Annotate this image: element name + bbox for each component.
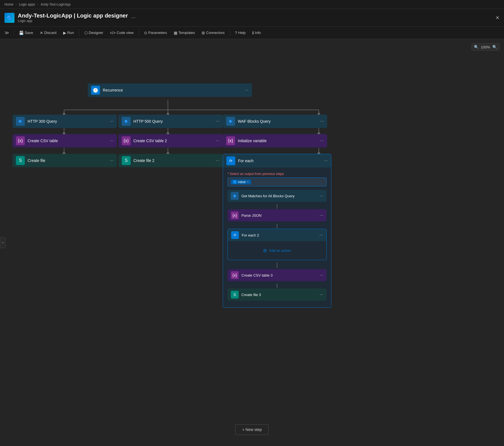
close-button[interactable]: ✕ — [495, 15, 500, 21]
title-dots[interactable]: ··· — [131, 15, 135, 21]
parse-json-title: Parse JSON — [241, 213, 317, 218]
svg-marker-19 — [317, 151, 320, 154]
zoom-out-icon[interactable]: 🔍 — [474, 45, 479, 49]
page-title: Andy-Test-LogicApp | Logic app designer — [18, 13, 128, 19]
create-file2-step[interactable]: S Create file 2 ··· — [118, 154, 223, 167]
http-500-icon: 🔷 — [122, 117, 131, 126]
breadcrumb-home[interactable]: Home — [4, 3, 13, 6]
create-csv2-dots[interactable]: ··· — [216, 138, 219, 143]
create-file2-icon: S — [122, 156, 131, 165]
http-300-step[interactable]: 🔷 HTTP 300 Query ··· — [13, 115, 117, 128]
waf-blocks-title: WAF Blocks Query — [238, 119, 318, 124]
help-button[interactable]: ? Help — [232, 29, 249, 37]
run-button[interactable]: ▶ Run — [60, 29, 77, 37]
create-file-step[interactable]: S Create file ··· — [13, 154, 117, 167]
recurrence-title: Recurrence — [103, 88, 243, 92]
create-csv2-icon: {x} — [122, 136, 131, 145]
breadcrumb-logic-apps[interactable]: Logic apps — [19, 3, 35, 6]
subtitle: Logic app — [18, 19, 128, 23]
create-csv2-step[interactable]: {x} Create CSV table 2 ··· — [118, 134, 223, 147]
svg-marker-17 — [62, 151, 66, 154]
value-chip-container[interactable]: 🔷 value × — [227, 178, 327, 186]
app-logo: 🔷 — [4, 13, 14, 23]
create-file-dots[interactable]: ··· — [110, 158, 114, 163]
parameters-button[interactable]: ⊙ Parameters — [141, 29, 170, 37]
breadcrumb: Home › Logic apps › Andy-Test-LogicApp — [0, 0, 504, 9]
for-each2-dots[interactable]: ··· — [319, 233, 323, 238]
create-csv2-title: Create CSV table 2 — [133, 139, 214, 143]
create-csv3-dots[interactable]: ··· — [320, 273, 323, 278]
for-each2-title: For each 2 — [242, 233, 317, 237]
get-matches-title: Get Matches for All Blocks Query — [241, 194, 317, 198]
toolbar-sep-3 — [230, 29, 230, 36]
parse-json-dots[interactable]: ··· — [320, 213, 323, 218]
zoom-in-icon[interactable]: 🔍 — [492, 45, 497, 49]
parse-json-icon: {x} — [231, 211, 239, 219]
new-step-button[interactable]: + New step — [235, 424, 269, 435]
value-chip[interactable]: 🔷 value × — [231, 179, 251, 184]
info-icon: ℹ — [252, 31, 254, 35]
parameters-icon: ⊙ — [144, 31, 147, 35]
create-file-title: Create file — [28, 158, 108, 163]
title-bar: 🔷 Andy-Test-LogicApp | Logic app designe… — [0, 9, 504, 27]
for-each-container: ⟳ For each ··· Select an output from pre… — [223, 154, 331, 308]
add-action-icon: ⊞ — [263, 248, 267, 253]
for-each2-body: ⊞ Add an action — [228, 241, 326, 260]
http-300-title: HTTP 300 Query — [28, 119, 108, 124]
for-each2-icon: ⟳ — [231, 231, 239, 239]
get-matches-icon: 🔷 — [231, 192, 239, 200]
svg-marker-11 — [62, 112, 66, 115]
create-file2-title: Create file 2 — [133, 158, 214, 163]
title-text: Andy-Test-LogicApp | Logic app designer … — [18, 13, 128, 23]
create-csv-title: Create CSV table — [28, 139, 108, 143]
for-each-header[interactable]: ⟳ For each ··· — [223, 154, 331, 167]
svg-marker-15 — [166, 131, 170, 134]
add-action-button[interactable]: ⊞ Add an action — [232, 246, 322, 255]
templates-button[interactable]: ▦ Templates — [171, 29, 198, 37]
init-var-dots[interactable]: ··· — [320, 138, 324, 143]
http-500-step[interactable]: 🔷 HTTP 500 Query ··· — [118, 115, 223, 128]
create-file3-step[interactable]: S Create file 3 ··· — [227, 289, 327, 301]
svg-marker-18 — [166, 151, 170, 154]
recurrence-step[interactable]: 🕐 Recurrence ··· — [88, 83, 252, 97]
create-file3-dots[interactable]: ··· — [320, 292, 323, 297]
get-matches-step[interactable]: 🔷 Get Matches for All Blocks Query ··· — [227, 190, 327, 202]
designer-button[interactable]: ⬡ Designer — [82, 29, 106, 37]
waf-blocks-step[interactable]: 🔷 WAF Blocks Query ··· — [223, 115, 327, 128]
for-each-dots[interactable]: ··· — [324, 158, 328, 163]
for-each2-header[interactable]: ⟳ For each 2 ··· — [228, 229, 326, 241]
discard-button[interactable]: ✕ Discard — [37, 29, 59, 37]
create-csv3-step[interactable]: {x} Create CSV table 3 ··· — [227, 269, 327, 281]
http-500-dots[interactable]: ··· — [216, 119, 219, 124]
waf-blocks-dots[interactable]: ··· — [320, 119, 324, 124]
init-var-step[interactable]: {x} Initialize variable ··· — [223, 134, 327, 147]
get-matches-dots[interactable]: ··· — [320, 193, 323, 198]
info-button[interactable]: ℹ Info — [249, 29, 264, 37]
for-each-body: Select an output from previous steps 🔷 v… — [223, 167, 331, 307]
http-300-dots[interactable]: ··· — [110, 119, 114, 124]
for-each-icon: ⟳ — [226, 156, 235, 165]
save-button[interactable]: 💾 Save — [16, 29, 36, 37]
recurrence-dots[interactable]: ··· — [245, 88, 249, 93]
chip-close-button[interactable]: × — [247, 180, 249, 184]
for-each2-container: ⟳ For each 2 ··· ⊞ Add an action — [227, 229, 327, 260]
toolbar-sep-2 — [139, 29, 139, 36]
parse-json-step[interactable]: {x} Parse JSON ··· — [227, 209, 327, 221]
breadcrumb-app-name[interactable]: Andy-Test-LogicApp — [41, 3, 70, 6]
connectors-button[interactable]: ⊞ Connectors — [199, 29, 227, 37]
http-300-icon: 🔷 — [16, 117, 25, 126]
create-csv-dots[interactable]: ··· — [110, 138, 114, 143]
code-view-button[interactable]: </> Code view — [107, 29, 136, 37]
chip-icon: 🔷 — [233, 180, 237, 184]
create-csv3-icon: {x} — [231, 271, 239, 279]
designer-canvas[interactable]: » 🔍 100% 🔍 — [0, 39, 504, 446]
http-500-title: HTTP 500 Query — [133, 119, 214, 124]
sidebar-expand[interactable]: ≫ — [2, 30, 11, 35]
breadcrumb-sep1: › — [16, 3, 17, 6]
create-file2-dots[interactable]: ··· — [216, 158, 219, 163]
templates-icon: ▦ — [174, 31, 177, 35]
create-csv-step[interactable]: {x} Create CSV table ··· — [13, 134, 117, 147]
sidebar-toggle[interactable]: » — [0, 237, 6, 248]
init-var-title: Initialize variable — [238, 139, 318, 143]
create-csv-icon: {x} — [16, 136, 25, 145]
